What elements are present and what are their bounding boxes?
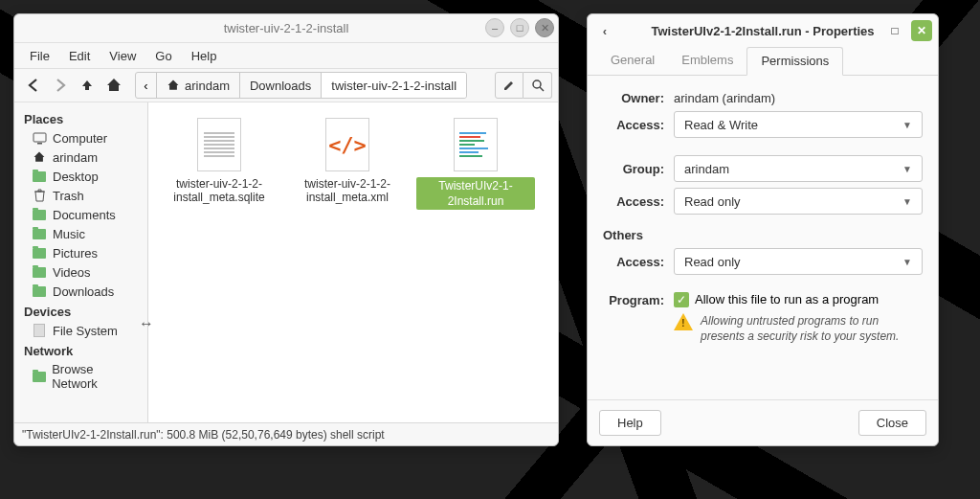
menu-help[interactable]: Help bbox=[184, 47, 225, 65]
back-button[interactable]: ‹ bbox=[595, 21, 614, 40]
sidebar-head-network: Network bbox=[14, 340, 147, 360]
svg-point-0 bbox=[533, 80, 541, 88]
file-item-xml[interactable]: </> twister-uiv-2-1-2-install_meta.xml bbox=[286, 114, 409, 208]
path-segment-label: twister-uiv-2-1-2-install bbox=[331, 79, 457, 93]
edit-path-button[interactable] bbox=[495, 72, 523, 99]
sidebar-item-music[interactable]: Music bbox=[14, 224, 147, 243]
executable-checkbox-label[interactable]: Allow this file to run as a program bbox=[695, 292, 879, 306]
path-segment-label: arindam bbox=[185, 79, 230, 93]
statusbar: "TwisterUIv2-1-2Install.run": 500.8 MiB … bbox=[14, 422, 558, 445]
warning-row: Allowing untrusted programs to run prese… bbox=[674, 313, 923, 344]
menu-go[interactable]: Go bbox=[147, 47, 179, 65]
sidebar-item-downloads[interactable]: Downloads bbox=[14, 282, 147, 301]
close-button[interactable]: ✕ bbox=[911, 20, 932, 41]
folder-icon bbox=[32, 226, 47, 241]
file-item-run[interactable]: TwisterUIv2-1-2Install.run bbox=[414, 114, 537, 214]
sidebar-item-desktop[interactable]: Desktop bbox=[14, 167, 147, 186]
folder-icon bbox=[32, 169, 47, 184]
group-label: Group: bbox=[603, 162, 674, 176]
executable-checkbox[interactable]: ✓ bbox=[674, 292, 689, 307]
trash-icon bbox=[32, 188, 47, 203]
svg-rect-2 bbox=[37, 143, 42, 145]
sidebar-item-computer[interactable]: Computer bbox=[14, 128, 147, 147]
tabs: General Emblems Permissions bbox=[588, 47, 938, 76]
close-button[interactable]: ✕ bbox=[535, 18, 554, 37]
toolbar: ‹ arindam Downloads twister-uiv-2-1-2-in… bbox=[14, 68, 558, 102]
home-button[interactable] bbox=[100, 72, 127, 99]
xml-icon: </> bbox=[325, 118, 369, 171]
file-name: twister-uiv-2-1-2-install_meta.xml bbox=[288, 177, 407, 204]
tab-emblems[interactable]: Emblems bbox=[668, 47, 746, 75]
help-button[interactable]: Help bbox=[599, 410, 661, 436]
folder-icon bbox=[32, 369, 46, 384]
fm-window-title: twister-uiv-2-1-2-install bbox=[224, 21, 349, 35]
script-icon bbox=[454, 118, 498, 171]
tab-permissions[interactable]: Permissions bbox=[746, 47, 843, 76]
file-item-sqlite[interactable]: twister-uiv-2-1-2-install_meta.sqlite bbox=[158, 114, 280, 208]
group-access-label: Access: bbox=[603, 194, 674, 209]
properties-window: ‹ TwisterUIv2-1-2Install.run - Propertie… bbox=[587, 13, 939, 446]
menubar: File Edit View Go Help bbox=[14, 43, 558, 68]
chevron-down-icon: ▼ bbox=[902, 257, 912, 267]
chevron-down-icon: ▼ bbox=[902, 164, 912, 174]
minimize-button[interactable]: – bbox=[485, 18, 504, 37]
pathbar: ‹ arindam Downloads twister-uiv-2-1-2-in… bbox=[135, 72, 467, 99]
sidebar-item-home[interactable]: arindam bbox=[14, 147, 147, 167]
folder-icon bbox=[32, 284, 47, 299]
dialog-buttons: Help Close bbox=[588, 399, 938, 445]
path-segment-home[interactable]: arindam bbox=[157, 73, 240, 98]
path-segment-downloads[interactable]: Downloads bbox=[240, 73, 322, 98]
owner-access-select[interactable]: Read & Write ▼ bbox=[674, 111, 923, 138]
others-access-label: Access: bbox=[603, 255, 674, 269]
props-titlebar[interactable]: ‹ TwisterUIv2-1-2Install.run - Propertie… bbox=[588, 14, 938, 47]
status-text: "TwisterUIv2-1-2Install.run": 500.8 MiB … bbox=[22, 428, 385, 442]
search-button[interactable] bbox=[523, 72, 552, 99]
folder-icon bbox=[32, 207, 47, 222]
owner-value: arindam (arindam) bbox=[674, 91, 923, 105]
maximize-button[interactable]: □ bbox=[510, 18, 529, 37]
home-icon bbox=[32, 149, 47, 165]
chevron-down-icon: ▼ bbox=[902, 196, 912, 207]
permissions-form: Owner: arindam (arindam) Access: Read & … bbox=[588, 76, 938, 399]
chevron-down-icon: ▼ bbox=[902, 120, 912, 130]
folder-icon bbox=[32, 245, 47, 261]
back-button[interactable] bbox=[20, 72, 47, 99]
file-manager-window: twister-uiv-2-1-2-install – □ ✕ File Edi… bbox=[13, 13, 559, 446]
pane-resize-handle[interactable]: ↔ bbox=[139, 315, 154, 332]
up-button[interactable] bbox=[74, 72, 100, 99]
sidebar-item-documents[interactable]: Documents bbox=[14, 205, 147, 224]
sidebar-item-filesystem[interactable]: File System bbox=[14, 321, 147, 340]
others-access-select[interactable]: Read only ▼ bbox=[674, 248, 923, 275]
menu-file[interactable]: File bbox=[22, 47, 57, 65]
menu-edit[interactable]: Edit bbox=[61, 47, 98, 65]
svg-rect-1 bbox=[33, 133, 46, 142]
path-prev-button[interactable]: ‹ bbox=[136, 73, 157, 98]
sidebar: Places Computer arindam Desktop Trash Do… bbox=[14, 102, 148, 422]
drive-icon bbox=[32, 323, 47, 338]
maximize-button[interactable]: □ bbox=[884, 20, 905, 41]
sidebar-head-devices: Devices bbox=[14, 301, 147, 321]
monitor-icon bbox=[32, 130, 47, 146]
tab-general[interactable]: General bbox=[597, 47, 668, 75]
path-segment-current[interactable]: twister-uiv-2-1-2-install bbox=[322, 73, 466, 98]
owner-access-label: Access: bbox=[603, 118, 674, 132]
file-view[interactable]: ↔ twister-uiv-2-1-2-install_meta.sqlite … bbox=[148, 102, 558, 422]
sidebar-head-places: Places bbox=[14, 108, 147, 128]
home-icon bbox=[167, 79, 180, 92]
group-select[interactable]: arindam ▼ bbox=[674, 155, 923, 182]
fm-titlebar[interactable]: twister-uiv-2-1-2-install – □ ✕ bbox=[14, 14, 558, 43]
forward-button[interactable] bbox=[47, 72, 74, 99]
document-icon bbox=[197, 118, 241, 171]
sidebar-item-videos[interactable]: Videos bbox=[14, 262, 147, 282]
menu-view[interactable]: View bbox=[101, 47, 144, 65]
close-dialog-button[interactable]: Close bbox=[858, 410, 926, 436]
sidebar-item-trash[interactable]: Trash bbox=[14, 186, 147, 205]
folder-icon bbox=[32, 264, 47, 280]
warning-icon bbox=[674, 313, 693, 330]
group-access-select[interactable]: Read only ▼ bbox=[674, 188, 923, 215]
props-title: TwisterUIv2-1-2Install.run - Properties bbox=[651, 24, 874, 38]
sidebar-item-pictures[interactable]: Pictures bbox=[14, 243, 147, 262]
owner-label: Owner: bbox=[603, 91, 674, 105]
path-segment-label: Downloads bbox=[250, 79, 311, 93]
sidebar-item-browse-network[interactable]: Browse Network bbox=[14, 360, 147, 393]
